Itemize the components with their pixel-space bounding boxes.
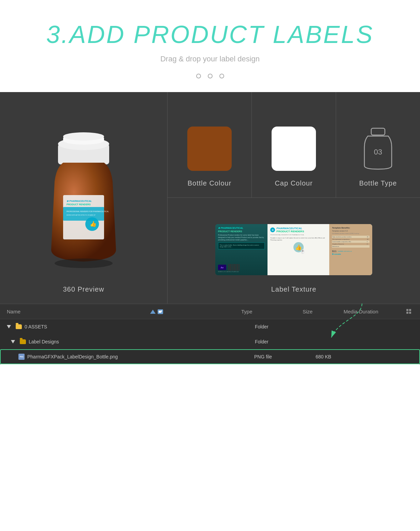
svg-rect-22 xyxy=(409,309,411,311)
preview-label: 360 Preview xyxy=(63,285,104,293)
sort-triangle-icon[interactable] xyxy=(150,310,156,314)
dot-1[interactable] xyxy=(196,74,201,78)
svg-rect-10 xyxy=(63,207,104,221)
right-section: Bottle Colour Cap Colour 03 xyxy=(167,92,420,304)
main-title: 3.ADD PRODUCT LABELS xyxy=(0,20,420,48)
cap-colour-swatch[interactable] xyxy=(272,127,316,171)
tag-icon[interactable] xyxy=(158,309,163,314)
svg-rect-16 xyxy=(371,128,385,135)
svg-rect-21 xyxy=(406,309,408,311)
ae-badge: Ae xyxy=(218,265,226,270)
bottle-colour-label: Bottle Colour xyxy=(188,179,232,187)
dark-panel: ⊕ PHARMACEUTICAL PRODUCT RENDERS PROFESS… xyxy=(0,92,420,304)
png-size: 680 KB xyxy=(313,354,354,359)
bottle-illustration: ⊕ PHARMACEUTICAL PRODUCT RENDERS PROFESS… xyxy=(36,127,131,270)
svg-text:⊕: ⊕ xyxy=(67,200,69,202)
grid-icon[interactable] xyxy=(406,309,412,315)
cap-colour-label: Cap Colour xyxy=(275,179,313,187)
cap-colour-cell[interactable]: Cap Colour xyxy=(252,92,336,198)
png-icon: PNG xyxy=(18,354,25,360)
svg-rect-24 xyxy=(409,312,411,314)
label-preview-image: ⊕ PHARMACEUTICAL PRODUCT RENDERS Profess… xyxy=(215,224,372,275)
svg-text:PNG: PNG xyxy=(20,356,24,358)
label-center-part: ⊕ PHARMACEUTICAL PRODUCT RENDERS PROFESS… xyxy=(267,224,329,275)
svg-text:PRODUCT RENDERS: PRODUCT RENDERS xyxy=(67,203,91,206)
svg-point-15 xyxy=(55,259,113,268)
dark-panel-wrapper: ⊕ PHARMACEUTICAL PRODUCT RENDERS PROFESS… xyxy=(0,92,420,304)
bottle-colour-swatch[interactable] xyxy=(187,127,232,171)
png-type: PNG file xyxy=(251,354,313,359)
svg-text:03: 03 xyxy=(374,148,382,156)
dot-3[interactable] xyxy=(219,74,224,78)
table-row[interactable]: PNG PharmaGFXPack_LabelDesign_Bottle.png… xyxy=(0,349,420,364)
assets-row-name[interactable]: 0 ASSETS xyxy=(4,324,147,329)
label-right-part: Template Benefits: Template version 5.0 … xyxy=(329,224,372,275)
barcode xyxy=(228,264,240,271)
label-texture-section: ⊕ PHARMACEUTICAL PRODUCT RENDERS Profess… xyxy=(167,198,420,304)
bottle-type-icon: 03 xyxy=(361,127,395,171)
top-row: Bottle Colour Cap Colour 03 xyxy=(167,92,420,198)
assets-type: Folder xyxy=(252,324,314,329)
svg-text:👍: 👍 xyxy=(90,221,97,227)
folder-icon xyxy=(20,339,26,344)
svg-text:PROFESSIONAL RENDERS FOR PHARM: PROFESSIONAL RENDERS FOR PHARMACEUTICAL xyxy=(67,210,109,212)
top-section: 3.ADD PRODUCT LABELS Drag & drop your la… xyxy=(0,0,420,92)
settings-icon-area xyxy=(402,309,416,315)
label-texture-label: Label Texture xyxy=(271,285,317,293)
svg-text:PHARMACEUTICAL: PHARMACEUTICAL xyxy=(69,200,92,202)
col-header-spacer xyxy=(147,309,238,314)
col-header-type: Type xyxy=(238,309,300,314)
expand-icon[interactable] xyxy=(7,325,11,328)
svg-point-5 xyxy=(63,132,104,141)
bottle-type-cell[interactable]: 03 Bottle Type xyxy=(336,92,420,198)
png-row-name[interactable]: PNG PharmaGFXPack_LabelDesign_Bottle.png xyxy=(5,354,148,360)
bottle-type-label: Bottle Type xyxy=(359,179,397,187)
label-designs-type: Folder xyxy=(252,339,314,344)
arrow-indicator xyxy=(311,300,379,344)
bottle-container: ⊕ PHARMACEUTICAL PRODUCT RENDERS PROFESS… xyxy=(19,117,148,280)
label-designs-row-name[interactable]: Label Designs xyxy=(4,339,147,344)
svg-text:WORKS WITH AFTER EFFECTS CS5 A: WORKS WITH AFTER EFFECTS CS5 AND UP xyxy=(67,214,96,216)
svg-rect-23 xyxy=(406,312,408,314)
col-header-name: Name xyxy=(4,309,147,314)
expand-icon[interactable] xyxy=(11,340,15,343)
svg-point-20 xyxy=(161,310,162,312)
folder-icon xyxy=(16,324,22,329)
dot-2[interactable] xyxy=(208,74,213,78)
bottle-colour-cell[interactable]: Bottle Colour xyxy=(168,92,252,198)
label-left-part: ⊕ PHARMACEUTICAL PRODUCT RENDERS Profess… xyxy=(215,224,267,275)
subtitle: Drag & drop your label design xyxy=(0,55,420,63)
preview-section: ⊕ PHARMACEUTICAL PRODUCT RENDERS PROFESS… xyxy=(0,92,167,304)
dots-row xyxy=(0,74,420,78)
bottle-type-icon-container: 03 xyxy=(356,127,400,171)
